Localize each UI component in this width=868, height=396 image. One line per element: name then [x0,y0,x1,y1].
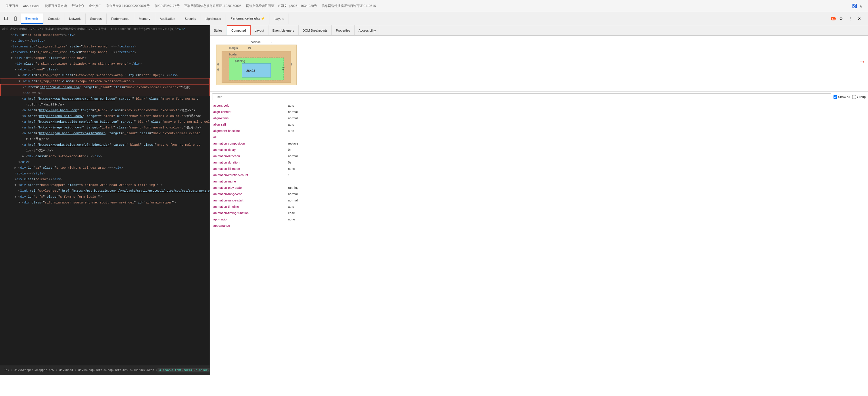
breadcrumb-item[interactable]: div#s-top-left.s-top-left-new.s-isindex-… [76,368,156,372]
css-prop-row: animation-duration 0s [210,159,868,165]
more-icon[interactable]: ⋮ [846,14,854,23]
html-line[interactable]: ▼ <div class="s_form_wrapper soutu-env-m… [0,200,210,206]
breadcrumb-item[interactable]: div#wrapper.wrapper_new [13,368,56,372]
svg-text:19: 19 [248,47,251,50]
html-line[interactable]: <link rel="stylesheet" href="https://pss… [0,188,210,194]
svg-text:padding: padding [235,60,245,63]
tab-accessibility[interactable]: Accessibility [355,25,380,35]
css-prop-row: align-items normal [210,115,868,121]
html-line[interactable]: ▶ <div class="mnav s-top-more-btn">⋯</di… [0,153,210,159]
breadcrumb-item[interactable]: div#head [58,368,75,372]
html-line[interactable]: <textarea id="s_index_off_css" style="di… [0,50,210,55]
group-checkbox-label: Group [852,95,866,99]
html-line[interactable]: <a href="https://wenku.baidu.com/?fr=bdp… [0,142,210,148]
accessibility-icon[interactable]: ♿ [852,4,857,8]
html-line[interactable]: <a href="http://map.baidu.com" target="_… [0,108,210,113]
baidu-link-about-en[interactable]: About Baidu [23,4,40,8]
html-line[interactable]: <textarea id="s_is_result_css" style="di… [0,44,210,50]
tab-network[interactable]: Network [64,13,85,24]
css-prop-row: animation-composition replace [210,140,868,147]
css-prop-row: align-content normal [210,109,868,115]
html-line[interactable]: <a href="https://www.hao123.com?src=from… [0,96,210,102]
baidu-link-help[interactable]: 帮助中心 [71,4,84,8]
breadcrumb-item-active[interactable]: a.mnav.c-font-normal.c-color-t [157,368,210,372]
html-line[interactable]: ▼ <div id="head" class> [0,67,210,72]
html-line[interactable]: <div class="s-skin-container s-isindex-w… [0,61,210,67]
tab-perf-insights[interactable]: Performance insights ⚡ [226,13,270,24]
html-line[interactable]: <a href="http://tieba.baidu.com/" target… [0,113,210,119]
html-line-eq[interactable]: </a> == $0 [0,90,210,96]
baidu-link-about[interactable]: 关于百度 [6,4,19,8]
tab-sources[interactable]: Sources [86,13,106,24]
html-line[interactable]: ▶ <div id="u1" class="s-top-right s-isin… [0,165,210,171]
tab-styles[interactable]: Styles [210,25,227,35]
filter-input[interactable] [212,93,831,100]
tab-console[interactable]: Console [43,13,64,24]
html-line[interactable]: <a href="https://haokan.baidu.com/?sfrom… [0,119,210,125]
tab-layout[interactable]: Layout [251,25,269,35]
tab-layers[interactable]: Layers [270,13,289,24]
tab-computed[interactable]: Computed [227,25,251,35]
html-line[interactable]: <a href="http://image.baidu.com/" target… [0,125,210,130]
css-properties-list[interactable]: accent-color auto align-content normal a… [210,102,868,375]
tab-dom-breakpoints[interactable]: DOM Breakpoints [299,25,332,35]
html-line[interactable]: ▼ <div id="wrapper" class="wrapper_new"> [0,55,210,61]
tab-memory[interactable]: Memory [134,13,155,24]
html-line[interactable]: <a href="https://pan.baidu.com?from=1026… [0,130,210,136]
chevron-up-icon[interactable]: ∧ [859,4,862,8]
css-prop-row: animation-fill-mode none [210,165,868,172]
css-prop-row: alignment-baseline auto [210,128,868,134]
html-line[interactable]: </div> [0,159,210,165]
show-all-checkbox-label: Show all [834,95,850,99]
css-prop-row: align-self auto [210,121,868,128]
html-line[interactable]: ▶ <div id="s_top_wrap" class="s-top-wrap… [0,72,210,78]
html-line[interactable]: ▼ <div class="head_wrapper" class="s-isi… [0,182,210,188]
tab-properties[interactable]: Properties [332,25,354,35]
css-prop-row: animation-name [210,178,868,184]
tab-application[interactable]: Application [155,13,180,24]
svg-rect-2 [5,17,7,20]
html-line-selected-parent[interactable]: ▼ <div id="s_top_left" class="s-top-left… [0,78,210,85]
html-line[interactable]: 模式 请按快捷键CTRL/ALT/M; 阅读详细操作说明请按快捷键CTRL/AL… [0,26,210,32]
baidu-bar: 关于百度 About Baidu 使用百度前必读 帮助中心 企业推广 京公网安备… [0,0,868,12]
css-prop-row: animation-timeline auto [210,204,868,210]
baidu-link-promo[interactable]: 企业推广 [89,4,101,8]
error-badge: 11 [831,17,836,21]
arrow-icon: → [859,58,866,65]
html-line[interactable]: r-t">网盘</a> [0,136,210,142]
devtools-right-icons: 11 ⚙ ⋮ ✕ [831,14,866,23]
html-scroll[interactable]: 模式 请按快捷键CTRL/ALT/M; 阅读详细操作说明请按快捷键CTRL/AL… [0,25,210,365]
show-all-checkbox[interactable] [834,95,837,99]
html-line[interactable]: <div id="ai-talk-container"></div> [0,32,210,38]
cursor-tool-icon[interactable] [2,14,10,23]
tab-elements[interactable]: Elements [21,13,43,24]
baidu-link-broadcast: 信息网络传播视听节目许可证 0110516 [321,4,376,8]
svg-text:position: position [251,40,260,44]
html-line[interactable]: ▼ <div id="s_fm" class="s_form s_form_lo… [0,194,210,200]
settings-icon[interactable]: ⚙ [837,14,845,23]
tab-lighthouse[interactable]: Lighthouse [201,13,226,24]
svg-text:margin: margin [229,47,238,50]
tab-event-listeners[interactable]: Event Listeners [269,25,299,35]
baidu-link-news-license: 互联网新闻信息服务许可证11220180008 [184,4,242,8]
html-line[interactable]: <style>⋯</style> [0,171,210,177]
baidu-link-tos[interactable]: 使用百度前必读 [45,4,67,8]
html-line[interactable]: lor-t">文库</a> [0,148,210,153]
mobile-tool-icon[interactable] [11,14,20,23]
html-content: 模式 请按快捷键CTRL/ALT/M; 阅读详细操作说明请按快捷键CTRL/AL… [0,25,210,207]
svg-text:-: - [229,53,230,56]
html-line[interactable]: -color-t">hao123</a> [0,102,210,108]
html-line[interactable]: <div class="clear"></div> [0,177,210,182]
baidu-link-icp: 京ICP证030173号 [154,4,180,8]
baidu-link-culture: 网络文化经营许可证：京网文（2023）1034-029号 [246,4,317,8]
svg-text:0: 0 [217,63,219,66]
css-prop-row: all [210,134,868,140]
tab-security[interactable]: Security [180,13,201,24]
tab-performance[interactable]: Performance [106,13,134,24]
group-checkbox[interactable] [852,95,856,99]
html-line-news-link[interactable]: <a href="http://news.baidu.com" target="… [0,85,210,90]
svg-text:0: 0 [271,40,273,44]
html-line[interactable]: <script>⋯</script> [0,38,210,44]
breadcrumb-item[interactable]: lex [2,368,11,372]
close-devtools-icon[interactable]: ✕ [855,14,863,23]
